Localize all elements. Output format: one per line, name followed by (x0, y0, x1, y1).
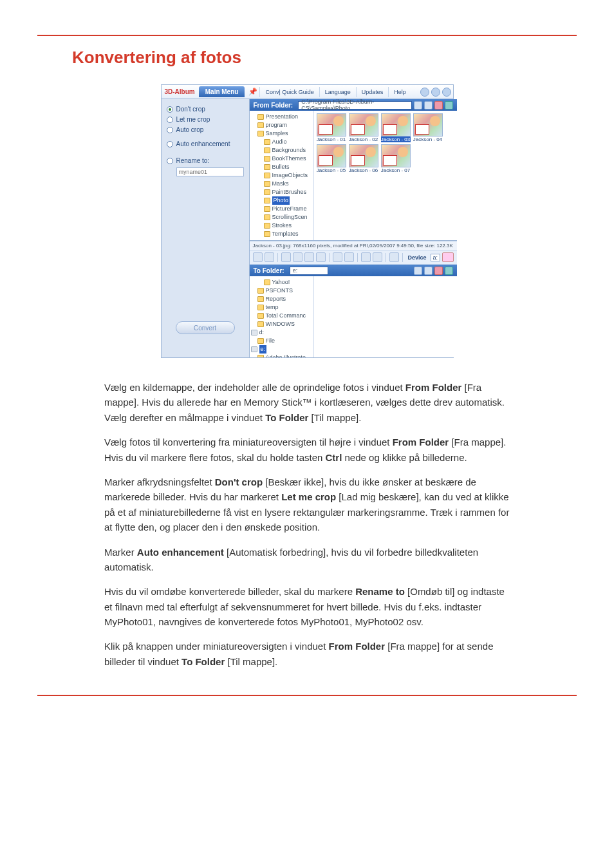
tool-icon[interactable] (333, 252, 342, 262)
refresh-icon[interactable] (445, 267, 453, 275)
tool-icon[interactable] (304, 252, 314, 262)
drive-icon (251, 330, 257, 335)
thumbnail[interactable]: Jackson - 05 (317, 144, 346, 173)
tree-node[interactable]: PaintBrushes (251, 188, 312, 196)
radio-dont-crop[interactable]: Don't crop (167, 106, 244, 113)
tree-node[interactable]: BookThemes (251, 155, 312, 163)
folder-icon (264, 223, 270, 229)
tree-node[interactable]: File (251, 337, 312, 345)
folder-icon (264, 206, 270, 212)
folder-icon (264, 164, 270, 170)
paragraph: Marker Auto enhancement [Automatisk forb… (104, 545, 510, 575)
to-folder-tree[interactable]: Yahoo!PSFONTSReportstempTotal CommancWIN… (250, 276, 314, 357)
tree-node[interactable]: Audio (251, 138, 312, 146)
tree-node[interactable]: Total Commanc (251, 312, 312, 320)
top-rule (37, 35, 577, 36)
thumbnail-caption: Jackson - 02 (349, 137, 378, 142)
tool-icon[interactable] (316, 252, 326, 262)
thumbnail[interactable]: Jackson - 01 (317, 113, 346, 142)
radio-auto-crop[interactable]: Auto crop (167, 126, 244, 133)
radio-label: Auto enhancement (176, 140, 230, 147)
search-icon[interactable] (414, 101, 422, 109)
tree-node[interactable]: WINDOWS (251, 320, 312, 328)
tool-icon[interactable] (281, 252, 291, 262)
menu-help[interactable]: Help (388, 87, 411, 97)
from-folder-path[interactable]: C:\Program Files\3D-Album-CS\Samples\Pho… (298, 101, 412, 109)
folder-icon (257, 313, 264, 319)
tree-node[interactable]: ScrollingScen (251, 213, 312, 222)
rename-input[interactable] (176, 167, 244, 176)
radio-label: Rename to: (176, 157, 210, 164)
tree-node[interactable]: Presentation (251, 113, 312, 121)
tree-node[interactable]: d: (251, 328, 312, 337)
thumbnail[interactable]: Jackson - 04 (413, 113, 443, 142)
thumbnail-image (317, 144, 346, 167)
from-folder-tree[interactable]: PresentationprogramSamplesAudioBackgroun… (250, 111, 314, 240)
window-restore-icon[interactable] (431, 88, 440, 97)
send-down-icon[interactable] (344, 252, 354, 262)
tree-node-label: Audio (272, 138, 287, 146)
tree-node[interactable]: Adobe Illustrato (251, 354, 312, 357)
tree-node[interactable]: Bullets (251, 163, 312, 171)
tree-node[interactable]: e: (251, 345, 312, 354)
thumbnail-image (349, 144, 378, 167)
radio-let-me-crop[interactable]: Let me crop (167, 116, 244, 123)
folder-icon (264, 147, 270, 153)
search-icon[interactable] (414, 267, 422, 275)
tree-node[interactable]: program (251, 121, 312, 129)
options-icon[interactable] (424, 267, 433, 275)
main-menu-tab[interactable]: Main Menu (199, 86, 245, 97)
redo-icon[interactable] (373, 252, 382, 262)
tree-node[interactable]: Templates (251, 230, 312, 238)
thumbnail-image (317, 113, 346, 137)
tree-node[interactable]: Samples (251, 129, 312, 138)
tree-node[interactable]: ImageObjects (251, 171, 312, 180)
tree-node-label: BookThemes (272, 155, 306, 163)
tree-node[interactable]: Yahoo! (251, 278, 312, 287)
thumbnail-caption: Jackson - 07 (381, 167, 411, 173)
tree-node[interactable]: Strokes (251, 222, 312, 230)
device-gear-icon[interactable] (442, 252, 454, 262)
menu-quick-guide[interactable]: Conv| Quick Guide (259, 87, 319, 97)
tree-node[interactable]: Masks (251, 180, 312, 188)
tool-icon[interactable] (293, 252, 302, 262)
thumbnail[interactable]: Jackson - 03 (381, 113, 411, 142)
thumbnail-image (381, 113, 411, 137)
menu-updates[interactable]: Updates (356, 87, 389, 97)
radio-rename-to[interactable]: Rename to: (167, 157, 244, 164)
refresh-icon[interactable] (445, 101, 453, 109)
menu-language[interactable]: Language (319, 87, 356, 97)
options-icon[interactable] (424, 101, 433, 109)
delete-icon[interactable] (389, 252, 399, 262)
folder-icon (257, 321, 264, 327)
tool-icon[interactable] (265, 252, 274, 262)
undo-icon[interactable] (361, 252, 371, 262)
convert-button[interactable]: Convert (176, 321, 235, 334)
window-close-icon[interactable] (442, 88, 451, 97)
tree-node[interactable]: Photo (251, 196, 312, 205)
tree-node-label: ImageObjects (272, 171, 308, 180)
scan-icon[interactable] (434, 101, 443, 109)
tree-node[interactable]: PSFONTS (251, 287, 312, 295)
radio-icon (167, 158, 173, 164)
device-select[interactable]: a: (431, 254, 441, 261)
scan-icon[interactable] (434, 267, 443, 275)
pin-icon[interactable]: 📌 (248, 88, 257, 96)
thumbnail[interactable]: Jackson - 02 (349, 113, 378, 142)
tool-icon[interactable] (253, 252, 263, 262)
to-folder-path[interactable]: e: (290, 267, 328, 275)
device-label: Device (408, 254, 427, 261)
thumbnail[interactable]: Jackson - 06 (349, 144, 378, 173)
toolbar: Device a: (250, 250, 458, 265)
tree-node-label: temp (266, 303, 279, 312)
tree-node-label: program (266, 121, 288, 129)
radio-auto-enhancement[interactable]: Auto enhancement (167, 140, 244, 147)
thumbnail[interactable]: Jackson - 07 (381, 144, 411, 173)
radio-icon (167, 127, 173, 133)
tree-node[interactable]: temp (251, 303, 312, 312)
tree-node[interactable]: Reports (251, 295, 312, 303)
window-minimize-icon[interactable] (420, 88, 429, 97)
tree-node[interactable]: PictureFrame (251, 205, 312, 213)
tree-node-label: e: (259, 345, 267, 354)
tree-node[interactable]: Backgrounds (251, 146, 312, 155)
